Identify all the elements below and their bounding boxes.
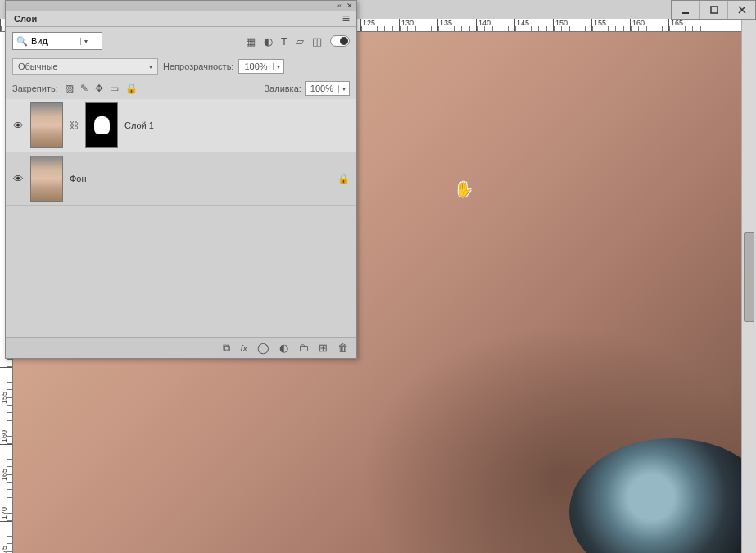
opacity-label: Непрозрачность: xyxy=(163,61,233,71)
scrollbar-vertical[interactable] xyxy=(741,19,756,553)
panel-footer: ⧉ fx ◯ ◐ 🗀 ⊞ 🗑 xyxy=(6,337,356,358)
filter-toggle[interactable] xyxy=(330,35,350,47)
fill-input[interactable]: 100% ▾ xyxy=(305,81,350,96)
lock-position-icon[interactable]: ✥ xyxy=(95,83,103,94)
scrollbar-thumb[interactable] xyxy=(744,232,754,322)
lock-transparency-icon[interactable]: ▨ xyxy=(65,83,74,94)
layer-filter-input[interactable] xyxy=(31,36,80,46)
opacity-input[interactable]: 100% ▾ xyxy=(238,59,283,74)
layers-panel: « ✕ Слои ≡ 🔍 ▾ ▦ ◐ T ▱ ◫ Обычные ▾ Непро… xyxy=(5,0,357,359)
panel-titlebar[interactable]: « ✕ xyxy=(6,1,356,11)
panel-empty-area xyxy=(6,206,356,337)
visibility-toggle-icon[interactable]: 👁 xyxy=(12,120,24,132)
layer-thumbnail[interactable] xyxy=(30,156,63,202)
hand-cursor-icon: ✋ xyxy=(455,180,473,198)
panel-menu-icon[interactable]: ≡ xyxy=(336,11,356,26)
window-controls xyxy=(671,0,756,20)
layer-row[interactable]: 👁 ⛓ Слой 1 xyxy=(6,99,356,152)
layer-list: 👁 ⛓ Слой 1 👁 Фон 🔒 xyxy=(6,99,356,206)
new-layer-icon[interactable]: ⊞ xyxy=(319,342,328,354)
panel-close-icon[interactable]: ✕ xyxy=(346,2,353,10)
filter-text-icon[interactable]: T xyxy=(281,35,287,48)
opacity-value: 100% xyxy=(239,61,272,71)
filter-icons: ▦ ◐ T ▱ ◫ xyxy=(246,35,350,48)
maximize-button[interactable] xyxy=(699,1,727,19)
blend-mode-combo[interactable]: Обычные ▾ xyxy=(12,58,158,75)
fill-value: 100% xyxy=(306,84,338,93)
minimize-button[interactable] xyxy=(672,1,699,19)
chevron-down-icon: ▾ xyxy=(273,63,283,70)
layer-name[interactable]: Фон xyxy=(70,174,87,184)
svg-rect-0 xyxy=(682,12,689,14)
layer-thumbnail[interactable] xyxy=(30,102,63,148)
filter-smart-icon[interactable]: ◫ xyxy=(312,35,322,48)
tab-layers[interactable]: Слои xyxy=(6,11,45,26)
lock-artboard-icon[interactable]: ▭ xyxy=(110,83,119,94)
filter-adjustment-icon[interactable]: ◐ xyxy=(264,35,273,48)
mask-link-icon[interactable]: ⛓ xyxy=(70,120,79,130)
delete-layer-icon[interactable]: 🗑 xyxy=(337,342,348,354)
fill-label: Заливка: xyxy=(264,84,301,93)
svg-rect-1 xyxy=(711,7,718,13)
panel-tabs: Слои ≡ xyxy=(6,11,356,27)
search-icon: 🔍 xyxy=(13,36,31,47)
layer-row[interactable]: 👁 Фон 🔒 xyxy=(6,152,356,206)
add-mask-icon[interactable]: ◯ xyxy=(257,342,269,354)
mask-thumbnail[interactable] xyxy=(85,102,118,148)
chevron-down-icon: ▾ xyxy=(338,85,349,93)
blend-mode-value: Обычные xyxy=(18,61,58,71)
chevron-down-icon[interactable]: ▾ xyxy=(80,38,91,45)
lock-icon: 🔒 xyxy=(337,173,350,184)
adjustment-layer-icon[interactable]: ◐ xyxy=(279,342,288,354)
filter-shape-icon[interactable]: ▱ xyxy=(296,35,304,48)
lock-all-icon[interactable]: 🔒 xyxy=(125,83,138,94)
filter-pixel-icon[interactable]: ▦ xyxy=(246,35,256,48)
layer-search-row: 🔍 ▾ ▦ ◐ T ▱ ◫ xyxy=(6,27,356,55)
blend-opacity-row: Обычные ▾ Непрозрачность: 100% ▾ xyxy=(6,55,356,78)
new-group-icon[interactable]: 🗀 xyxy=(298,342,309,354)
lock-icons: ▨ ✎ ✥ ▭ 🔒 xyxy=(65,83,138,94)
lock-fill-row: Закрепить: ▨ ✎ ✥ ▭ 🔒 Заливка: 100% ▾ xyxy=(6,78,356,99)
lock-pixels-icon[interactable]: ✎ xyxy=(80,83,88,94)
link-layers-icon[interactable]: ⧉ xyxy=(223,342,230,355)
visibility-toggle-icon[interactable]: 👁 xyxy=(12,173,24,185)
chevron-down-icon: ▾ xyxy=(143,63,152,70)
layer-filter-combo[interactable]: 🔍 ▾ xyxy=(12,32,102,50)
close-button[interactable] xyxy=(727,1,755,19)
layer-name[interactable]: Слой 1 xyxy=(124,120,154,130)
panel-collapse-icon[interactable]: « xyxy=(337,2,342,10)
layer-fx-icon[interactable]: fx xyxy=(240,343,247,353)
lock-label: Закрепить: xyxy=(12,84,58,93)
